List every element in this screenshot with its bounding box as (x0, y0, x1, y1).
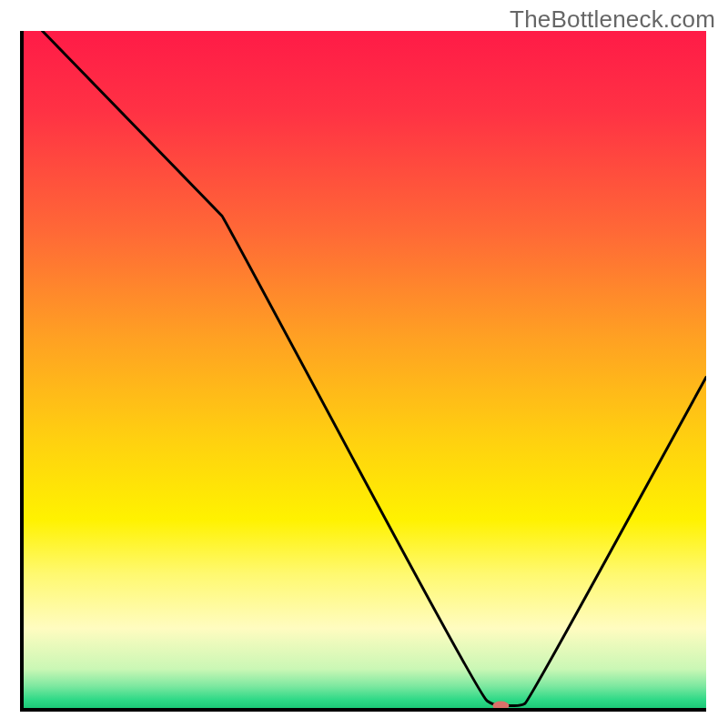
watermark-text: TheBottleneck.com (510, 5, 715, 34)
bottleneck-chart (0, 0, 728, 728)
gradient-background (22, 31, 706, 710)
chart-container: TheBottleneck.com (0, 0, 728, 728)
